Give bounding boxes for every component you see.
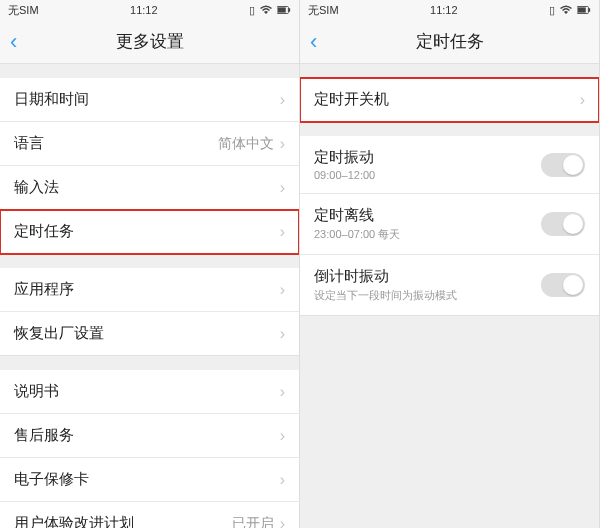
- chevron-right-icon: ›: [280, 281, 285, 299]
- row-label: 恢复出厂设置: [14, 324, 104, 343]
- row-label: 定时离线: [314, 206, 400, 225]
- chevron-right-icon: ›: [280, 91, 285, 109]
- row-label: 输入法: [14, 178, 59, 197]
- vibrate-icon: ▯: [249, 4, 255, 17]
- toggle-switch[interactable]: [541, 153, 585, 177]
- back-button[interactable]: ‹: [10, 29, 17, 55]
- row-label: 售后服务: [14, 426, 74, 445]
- phone-left: 无SIM 11:12 ▯ ‹ 更多设置 日期和时间 › 语言 简体中文 ›: [0, 0, 300, 528]
- svg-rect-4: [588, 8, 590, 12]
- page-title: 定时任务: [416, 30, 484, 53]
- svg-rect-5: [578, 7, 586, 12]
- wifi-icon: [559, 5, 573, 15]
- row-label: 语言: [14, 134, 44, 153]
- battery-icon: [577, 5, 591, 15]
- row-subtitle: 设定当下一段时间为振动模式: [314, 288, 457, 303]
- row-countdown-vibrate[interactable]: 倒计时振动 设定当下一段时间为振动模式: [300, 255, 599, 316]
- row-factory-reset[interactable]: 恢复出厂设置 ›: [0, 312, 299, 356]
- chevron-right-icon: ›: [280, 515, 285, 529]
- row-label: 说明书: [14, 382, 59, 401]
- settings-list: 日期和时间 › 语言 简体中文 › 输入法 › 定时任务 › 应用程序: [0, 64, 299, 528]
- row-user-experience[interactable]: 用户体验改进计划 已开启 ›: [0, 502, 299, 528]
- nav-bar: ‹ 定时任务: [300, 20, 599, 64]
- row-label: 定时振动: [314, 148, 375, 167]
- row-scheduled-offline[interactable]: 定时离线 23:00–07:00 每天: [300, 194, 599, 255]
- sim-status: 无SIM: [308, 3, 339, 18]
- chevron-right-icon: ›: [580, 91, 585, 109]
- row-subtitle: 23:00–07:00 每天: [314, 227, 400, 242]
- chevron-right-icon: ›: [280, 325, 285, 343]
- row-label: 电子保修卡: [14, 470, 89, 489]
- chevron-right-icon: ›: [280, 427, 285, 445]
- row-subtitle: 09:00–12:00: [314, 169, 375, 181]
- status-bar: 无SIM 11:12 ▯: [300, 0, 599, 20]
- clock: 11:12: [130, 4, 158, 16]
- row-scheduled-power[interactable]: 定时开关机 ›: [300, 78, 599, 122]
- row-warranty[interactable]: 电子保修卡 ›: [0, 458, 299, 502]
- row-label: 日期和时间: [14, 90, 89, 109]
- toggle-switch[interactable]: [541, 273, 585, 297]
- row-applications[interactable]: 应用程序 ›: [0, 268, 299, 312]
- back-button[interactable]: ‹: [310, 29, 317, 55]
- chevron-right-icon: ›: [280, 179, 285, 197]
- chevron-right-icon: ›: [280, 135, 285, 153]
- row-value: 已开启: [232, 515, 274, 529]
- scheduled-tasks-list: 定时开关机 › 定时振动 09:00–12:00 定时离线 23:00–07:0…: [300, 64, 599, 528]
- row-language[interactable]: 语言 简体中文 ›: [0, 122, 299, 166]
- chevron-right-icon: ›: [280, 471, 285, 489]
- chevron-right-icon: ›: [280, 223, 285, 241]
- chevron-right-icon: ›: [280, 383, 285, 401]
- battery-icon: [277, 5, 291, 15]
- status-bar: 无SIM 11:12 ▯: [0, 0, 299, 20]
- toggle-switch[interactable]: [541, 212, 585, 236]
- row-scheduled-vibrate[interactable]: 定时振动 09:00–12:00: [300, 136, 599, 194]
- clock: 11:12: [430, 4, 458, 16]
- row-label: 应用程序: [14, 280, 74, 299]
- svg-rect-1: [288, 8, 290, 12]
- row-label: 用户体验改进计划: [14, 514, 134, 528]
- row-label: 定时任务: [14, 222, 74, 241]
- nav-bar: ‹ 更多设置: [0, 20, 299, 64]
- row-value: 简体中文: [218, 135, 274, 153]
- phone-right: 无SIM 11:12 ▯ ‹ 定时任务 定时开关机 › 定时振动 09:00–1…: [300, 0, 600, 528]
- wifi-icon: [259, 5, 273, 15]
- page-title: 更多设置: [116, 30, 184, 53]
- row-label: 定时开关机: [314, 90, 389, 109]
- row-manual[interactable]: 说明书 ›: [0, 370, 299, 414]
- row-input-method[interactable]: 输入法 ›: [0, 166, 299, 210]
- row-scheduled-tasks[interactable]: 定时任务 ›: [0, 210, 299, 254]
- svg-rect-2: [278, 7, 286, 12]
- sim-status: 无SIM: [8, 3, 39, 18]
- row-after-sales[interactable]: 售后服务 ›: [0, 414, 299, 458]
- row-date-time[interactable]: 日期和时间 ›: [0, 78, 299, 122]
- row-label: 倒计时振动: [314, 267, 457, 286]
- vibrate-icon: ▯: [549, 4, 555, 17]
